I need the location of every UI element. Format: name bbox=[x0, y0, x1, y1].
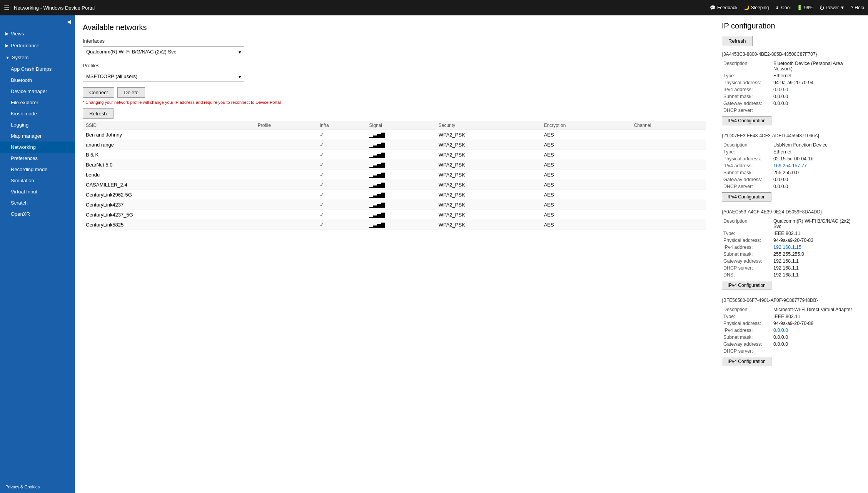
networks-table: SSIDProfileInfraSignalSecurityEncryption… bbox=[83, 121, 706, 230]
adapter-field-label: Type: bbox=[722, 148, 772, 155]
battery-status: 🔋 99% bbox=[797, 5, 813, 10]
adapter-field-value: 0.0.0.0 bbox=[772, 334, 860, 341]
table-row[interactable]: CenturyLink2962-5G✓▁▃▅▇WPA2_PSKAES bbox=[83, 190, 706, 200]
adapter-id: {BFE56580-06F7-4901-AF0F-9C88777948DB} bbox=[722, 298, 860, 303]
adapter-field-label: DHCP server: bbox=[722, 348, 772, 355]
sidebar-item-map-manager[interactable]: Map manager bbox=[0, 130, 75, 142]
table-row[interactable]: Ben and Johnny✓▁▃▅▇WPA2_PSKAES bbox=[83, 130, 706, 140]
help-button[interactable]: ? Help bbox=[851, 5, 864, 10]
adapter-table: Description:Qualcomm(R) Wi-Fi B/G/N/AC (… bbox=[722, 218, 860, 278]
table-row[interactable]: anand range✓▁▃▅▇WPA2_PSKAES bbox=[83, 140, 706, 150]
sidebar-item-scratch[interactable]: Scratch bbox=[0, 197, 75, 208]
adapter-field-label: Physical address: bbox=[722, 79, 772, 86]
ip-refresh-button[interactable]: Refresh bbox=[722, 36, 753, 46]
adapter-field-label: Gateway address: bbox=[722, 258, 772, 265]
sleeping-icon: 🌙 bbox=[744, 5, 749, 10]
table-row[interactable]: CenturyLink4237✓▁▃▅▇WPA2_PSKAES bbox=[83, 200, 706, 210]
adapter-field-label: Subnet mask: bbox=[722, 93, 772, 100]
adapter-section: {3A4453C3-8800-4BE2-885B-43508C87F707}De… bbox=[722, 52, 860, 125]
adapter-field-value: 0.0.0.0 bbox=[772, 341, 860, 348]
adapter-field-value: 0.0.0.0 bbox=[772, 93, 860, 100]
delete-button[interactable]: Delete bbox=[117, 87, 145, 98]
sidebar-item-openxr[interactable]: OpenXR bbox=[0, 208, 75, 220]
sidebar-item-views[interactable]: ▶ Views bbox=[0, 28, 75, 40]
adapter-field-label: IPv4 address: bbox=[722, 86, 772, 93]
adapter-table: Description:Microsoft Wi-Fi Direct Virtu… bbox=[722, 306, 860, 355]
table-header-row: SSIDProfileInfraSignalSecurityEncryption… bbox=[83, 121, 706, 130]
profile-actions: Connect Delete bbox=[83, 87, 706, 98]
table-row[interactable]: CenturyLink4237_5G✓▁▃▅▇WPA2_PSKAES bbox=[83, 210, 706, 220]
adapter-field-label: DHCP server: bbox=[722, 265, 772, 271]
sidebar-item-device-manager[interactable]: Device manager bbox=[0, 86, 75, 97]
sidebar-item-simulation[interactable]: Simulation bbox=[0, 175, 75, 186]
profile-select[interactable]: MSFTCORP (all users) bbox=[83, 71, 244, 82]
adapter-field-value: IEEE 802.11 bbox=[772, 230, 860, 237]
adapter-field-label: Gateway address: bbox=[722, 100, 772, 107]
table-row[interactable]: CASAMILLER_2.4✓▁▃▅▇WPA2_PSKAES bbox=[83, 180, 706, 190]
adapter-field-value: 192.168.1.1 bbox=[772, 271, 860, 278]
adapter-field-label: Description: bbox=[722, 142, 772, 148]
sidebar-item-networking[interactable]: Networking bbox=[0, 142, 75, 153]
ipv4-configuration-button[interactable]: IPv4 Configuration bbox=[722, 281, 771, 290]
sidebar-item-bluetooth[interactable]: Bluetooth bbox=[0, 75, 75, 86]
sidebar-item-kiosk-mode[interactable]: Kiosk mode bbox=[0, 108, 75, 119]
connect-button[interactable]: Connect bbox=[83, 87, 114, 98]
adapter-field-label: DHCP server: bbox=[722, 183, 772, 190]
adapter-field-value: 0.0.0.0 bbox=[772, 100, 860, 107]
ipv4-configuration-button[interactable]: IPv4 Configuration bbox=[722, 192, 771, 202]
power-button[interactable]: ⏻ Power ▼ bbox=[820, 5, 845, 10]
adapter-table: Description:Bluetooth Device (Personal A… bbox=[722, 60, 860, 114]
ipv4-configuration-button[interactable]: IPv4 Configuration bbox=[722, 116, 771, 125]
adapter-field-value: Microsoft Wi-Fi Direct Virtual Adapter bbox=[772, 306, 860, 313]
sidebar-collapse-button[interactable]: ◀ bbox=[0, 15, 75, 28]
profiles-label: Profiles bbox=[83, 63, 706, 68]
main-layout: ◀ ▶ Views ▶ Performance ▼ System App Cra… bbox=[0, 15, 868, 493]
table-row[interactable]: B & K✓▁▃▅▇WPA2_PSKAES bbox=[83, 150, 706, 160]
sidebar-item-file-explorer[interactable]: File explorer bbox=[0, 97, 75, 108]
sidebar-item-app-crash-dumps[interactable]: App Crash Dumps bbox=[0, 63, 75, 75]
table-row[interactable]: bendu✓▁▃▅▇WPA2_PSKAES bbox=[83, 170, 706, 180]
warning-text: * Changing your network profile will cha… bbox=[83, 100, 706, 105]
table-row[interactable]: CenturyLink5825✓▁▃▅▇WPA2_PSKAES bbox=[83, 220, 706, 230]
feedback-button[interactable]: 💬 Feedback bbox=[710, 5, 738, 10]
adapter-field-value: UsbNcm Function Device bbox=[772, 142, 860, 148]
adapter-field-value: 192.168.1.1 bbox=[772, 258, 860, 265]
adapter-field-value: 0.0.0.0 bbox=[772, 327, 860, 334]
adapter-field-label: DHCP server: bbox=[722, 107, 772, 114]
column-header-profile: Profile bbox=[255, 121, 317, 130]
adapter-field-value: 255.255.255.0 bbox=[772, 251, 860, 258]
adapter-field-label: DNS: bbox=[722, 271, 772, 278]
network-panel: Available networks Interfaces Qualcomm(R… bbox=[75, 15, 714, 493]
topbar-actions: 💬 Feedback 🌙 Sleeping 🌡 Cool 🔋 99% ⏻ Pow… bbox=[710, 5, 864, 10]
content-area: Available networks Interfaces Qualcomm(R… bbox=[75, 15, 868, 493]
ipv4-configuration-button[interactable]: IPv4 Configuration bbox=[722, 357, 771, 366]
interface-select[interactable]: Qualcomm(R) Wi-Fi B/G/N/AC (2x2) Svc bbox=[83, 46, 244, 57]
table-row[interactable]: BearNet 5.0✓▁▃▅▇WPA2_PSKAES bbox=[83, 160, 706, 170]
privacy-cookies-link[interactable]: Privacy & Cookies bbox=[0, 481, 75, 493]
adapter-id: {21D07EF3-FF48-4CF3-ADED-44594871066A} bbox=[722, 133, 860, 138]
sidebar-item-logging[interactable]: Logging bbox=[0, 119, 75, 130]
sidebar-item-performance[interactable]: ▶ Performance bbox=[0, 40, 75, 52]
adapter-field-value: Ethernet bbox=[772, 148, 860, 155]
adapter-field-value: 192.168.1.1 bbox=[772, 265, 860, 271]
column-header-security: Security bbox=[436, 121, 541, 130]
adapter-field-value: 0.0.0.0 bbox=[772, 183, 860, 190]
sidebar-item-preferences[interactable]: Preferences bbox=[0, 153, 75, 164]
adapter-field-label: Description: bbox=[722, 60, 772, 72]
interfaces-label: Interfaces bbox=[83, 38, 706, 44]
sidebar-item-recording-mode[interactable]: Recording mode bbox=[0, 164, 75, 175]
adapter-field-value: 0.0.0.0 bbox=[772, 86, 860, 93]
adapter-field-label: Description: bbox=[722, 218, 772, 230]
hamburger-icon[interactable]: ☰ bbox=[4, 4, 9, 12]
adapter-table: Description:UsbNcm Function DeviceType:E… bbox=[722, 142, 860, 190]
adapter-field-label: IPv4 address: bbox=[722, 327, 772, 334]
adapter-field-label: Type: bbox=[722, 230, 772, 237]
sidebar-item-virtual-input[interactable]: Virtual Input bbox=[0, 186, 75, 197]
arrow-down-icon: ▼ bbox=[5, 55, 10, 60]
refresh-networks-button[interactable]: Refresh bbox=[83, 108, 114, 119]
page-title: Available networks bbox=[83, 23, 706, 32]
sidebar-item-system[interactable]: ▼ System bbox=[0, 52, 75, 63]
arrow-right-icon-perf: ▶ bbox=[5, 43, 8, 48]
column-header-channel: Channel bbox=[631, 121, 706, 130]
sleeping-status: 🌙 Sleeping bbox=[744, 5, 769, 10]
